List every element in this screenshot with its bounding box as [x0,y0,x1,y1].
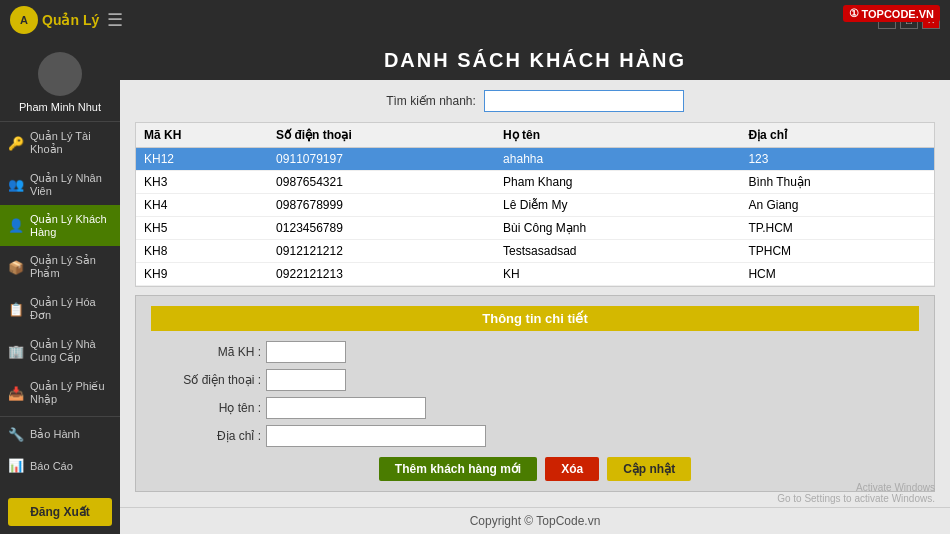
hamburger-icon[interactable]: ☰ [107,9,123,31]
table-row[interactable]: KH80912121212TestsasadsadTPHCM [136,240,934,263]
sidebar-item-tai-khoan[interactable]: 🔑 Quản Lý Tài Khoản [0,122,120,164]
cell-dia_chi: TPHCM [740,240,934,263]
table-row[interactable]: KH30987654321Pham KhangBình Thuận [136,171,934,194]
avatar [38,52,82,96]
update-button[interactable]: Cập nhật [607,457,691,481]
footer-text: Copyright © TopCode.vn [470,514,601,528]
form-row-ho-ten: Họ tên : [171,397,899,419]
content-area: Tìm kiếm nhanh: Mã KH Số điện thoại Họ t… [120,80,950,507]
nav-label-hoa-don: Quản Lý Hóa Đơn [30,296,112,322]
user-name: Pham Minh Nhut [19,101,101,113]
cell-ma_kh: KH5 [136,217,268,240]
app-logo: A Quản Lý [10,6,99,34]
sidebar-item-nha-cung-cap[interactable]: 🏢 Quản Lý Nhà Cung Cấp [0,330,120,372]
search-input[interactable] [484,90,684,112]
nav-label-bao-cao: Báo Cáo [30,460,73,472]
table-header-row: Mã KH Số điện thoại Họ tên Địa chỉ [136,123,934,148]
table-row[interactable]: KH90922121213KHHCM [136,263,934,286]
cell-ma_kh: KH8 [136,240,268,263]
col-ho-ten: Họ tên [495,123,740,148]
topcode-icon: ① [849,7,859,20]
cell-ma_kh: KH4 [136,194,268,217]
cell-so_dt: 0987678999 [268,194,495,217]
main-header: DANH SÁCH KHÁCH HÀNG [120,40,950,80]
table-row[interactable]: KH120911079197ahahha123 [136,148,934,171]
app-title: Quản Lý [42,12,99,28]
warranty-icon: 🔧 [8,427,24,442]
sidebar-item-bao-hanh[interactable]: 🔧 Bảo Hành [0,419,120,450]
nav-label-tai-khoan: Quản Lý Tài Khoản [30,130,112,156]
cell-ho_ten: Pham Khang [495,171,740,194]
delete-button[interactable]: Xóa [545,457,599,481]
cell-ma_kh: KH9 [136,263,268,286]
sidebar-item-phieu-nhap[interactable]: 📥 Quản Lý Phiếu Nhập [0,372,120,414]
detail-header: Thông tin chi tiết [151,306,919,331]
activate-line2: Go to Settings to activate Windows. [777,493,935,504]
sidebar-item-bao-cao[interactable]: 📊 Báo Cáo [0,450,120,481]
cell-dia_chi: An Giang [740,194,934,217]
label-ho-ten: Họ tên : [171,401,261,415]
nav-label-phieu-nhap: Quản Lý Phiếu Nhập [30,380,112,406]
import-icon: 📥 [8,386,24,401]
nav-label-nhan-vien: Quản Lý Nhân Viên [30,172,112,197]
cell-dia_chi: 123 [740,148,934,171]
cell-ho_ten: Bùi Công Mạnh [495,217,740,240]
label-dia-chi: Địa chỉ : [171,429,261,443]
topbar-left: A Quản Lý ☰ [10,6,123,34]
cell-so_dt: 0123456789 [268,217,495,240]
cell-dia_chi: Bình Thuận [740,171,934,194]
cell-so_dt: 0922121213 [268,263,495,286]
table-row[interactable]: KH40987678999Lê Diễm MyAn Giang [136,194,934,217]
table-row[interactable]: KH50123456789Bùi Công MạnhTP.HCM [136,217,934,240]
cell-ho_ten: Lê Diễm My [495,194,740,217]
sidebar-item-khach-hang[interactable]: 👤 Quản Lý Khách Hàng [0,205,120,246]
input-ma-kh[interactable] [266,341,346,363]
input-so-dt[interactable] [266,369,346,391]
detail-form: Mã KH : Số điện thoại : Họ tên : Địa chỉ… [151,341,919,447]
cell-so_dt: 0911079197 [268,148,495,171]
topcode-brand: ① TOPCODE.VN [843,5,940,22]
logout-button[interactable]: Đăng Xuất [8,498,112,526]
nav-label-khach-hang: Quản Lý Khách Hàng [30,213,112,238]
sidebar-item-nhan-vien[interactable]: 👥 Quản Lý Nhân Viên [0,164,120,205]
input-dia-chi[interactable] [266,425,486,447]
activate-windows-notice: Activate Windows Go to Settings to activ… [777,482,935,504]
activate-line1: Activate Windows [777,482,935,493]
customer-table: Mã KH Số điện thoại Họ tên Địa chỉ KH120… [135,122,935,287]
report-icon: 📊 [8,458,24,473]
sidebar-item-hoa-don[interactable]: 📋 Quản Lý Hóa Đơn [0,288,120,330]
cell-so_dt: 0987654321 [268,171,495,194]
supplier-icon: 🏢 [8,344,24,359]
cell-dia_chi: TP.HCM [740,217,934,240]
add-customer-button[interactable]: Thêm khách hàng mới [379,457,537,481]
page-title: DANH SÁCH KHÁCH HÀNG [384,49,686,72]
form-row-so-dt: Số điện thoại : [171,369,899,391]
avatar-section: Pham Minh Nhut [0,40,120,122]
nav-label-nha-cung-cap: Quản Lý Nhà Cung Cấp [30,338,112,364]
action-buttons: Thêm khách hàng mới Xóa Cập nhật [151,457,919,481]
label-so-dt: Số điện thoại : [171,373,261,387]
form-row-ma-kh: Mã KH : [171,341,899,363]
invoice-icon: 📋 [8,302,24,317]
product-icon: 📦 [8,260,24,275]
col-ma-kh: Mã KH [136,123,268,148]
topcode-label: TOPCODE.VN [861,8,934,20]
layout: Pham Minh Nhut 🔑 Quản Lý Tài Khoản 👥 Quả… [0,40,950,534]
footer: Copyright © TopCode.vn [120,507,950,534]
search-bar: Tìm kiếm nhanh: [135,90,935,112]
cell-ma_kh: KH12 [136,148,268,171]
nav-divider [0,416,120,417]
input-ho-ten[interactable] [266,397,426,419]
detail-section: Thông tin chi tiết Mã KH : Số điện thoại… [135,295,935,492]
label-ma-kh: Mã KH : [171,345,261,359]
cell-ho_ten: KH [495,263,740,286]
cell-so_dt: 0912121212 [268,240,495,263]
sidebar-item-san-pham[interactable]: 📦 Quản Lý Sản Phẩm [0,246,120,288]
form-row-dia-chi: Địa chỉ : [171,425,899,447]
nav-label-bao-hanh: Bảo Hành [30,428,80,441]
cell-dia_chi: HCM [740,263,934,286]
customer-icon: 👤 [8,218,24,233]
sidebar: Pham Minh Nhut 🔑 Quản Lý Tài Khoản 👥 Quả… [0,40,120,534]
cell-ho_ten: ahahha [495,148,740,171]
cell-ma_kh: KH3 [136,171,268,194]
